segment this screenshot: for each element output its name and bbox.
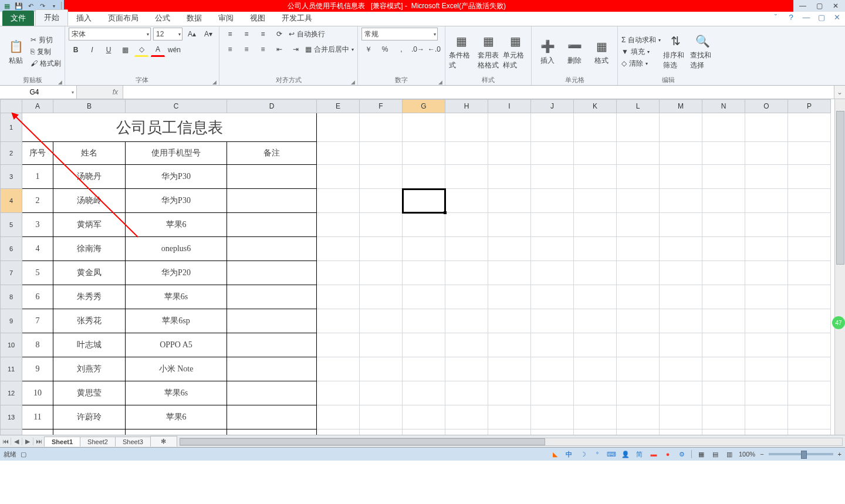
cell-C5[interactable]: 苹果6 [126,213,227,237]
cell-B2[interactable]: 姓名 [53,142,126,165]
ime-user-icon[interactable]: 👤 [621,449,630,459]
wrap-text-button[interactable]: ↩自动换行 [289,29,325,39]
cell-N3[interactable] [702,165,745,189]
italic-button[interactable]: I [85,43,99,56]
col-header-O[interactable]: O [745,100,788,113]
col-header-D[interactable]: D [227,100,317,113]
ime-cn-icon[interactable]: 中 [565,449,574,459]
col-header-F[interactable]: F [360,100,403,113]
cell-J8[interactable] [531,285,574,309]
cell-J10[interactable] [531,333,574,357]
cell-I10[interactable] [488,333,531,357]
cell-O8[interactable] [745,285,788,309]
cell-G9[interactable] [403,309,445,333]
cell-N10[interactable] [702,333,745,357]
cell-I6[interactable] [488,237,531,261]
font-name-combo[interactable]: 宋体▾ [69,28,151,40]
cell-P11[interactable] [788,357,831,381]
cell-M13[interactable] [660,405,702,429]
row-header-6[interactable]: 6 [1,237,22,261]
cell-G11[interactable] [403,357,445,381]
cell-E12[interactable] [317,381,360,405]
cell-K10[interactable] [574,333,617,357]
cell-M12[interactable] [660,381,702,405]
cell-H13[interactable] [445,405,488,429]
row-header-1[interactable]: 1 [1,113,22,142]
cell-I3[interactable] [488,165,531,189]
cell-H11[interactable] [445,357,488,381]
cell-J13[interactable] [531,405,574,429]
cell-F12[interactable] [360,381,403,405]
cell-D13[interactable] [227,405,317,429]
cell-K6[interactable] [574,237,617,261]
cell-K1[interactable] [574,113,617,142]
cell-D12[interactable] [227,381,317,405]
cell-G7[interactable] [403,261,445,285]
macro-record-icon[interactable]: ▢ [19,449,28,459]
minimize-button[interactable]: — [798,2,807,10]
cell-G4[interactable] [403,189,445,213]
cell-P7[interactable] [788,261,831,285]
sort-filter-button[interactable]: ⇅排序和筛选 [663,32,688,71]
cell-O3[interactable] [745,165,788,189]
select-all-corner[interactable] [1,100,22,113]
cell-A8[interactable]: 6 [22,285,53,309]
cell-D7[interactable] [227,261,317,285]
cell-O5[interactable] [745,213,788,237]
cell-B10[interactable]: 叶志城 [53,333,126,357]
cell-L5[interactable] [617,213,660,237]
cell-L10[interactable] [617,333,660,357]
cell-O12[interactable] [745,381,788,405]
cell-M2[interactable] [660,142,702,165]
cell-I14[interactable] [488,429,531,435]
cell-A2[interactable]: 序号 [22,142,53,165]
cell-M8[interactable] [660,285,702,309]
shrink-font-icon[interactable]: A▾ [201,28,215,40]
undo-icon[interactable]: ↶ [26,1,35,11]
row-header-8[interactable]: 8 [1,285,22,309]
format-cells-button[interactable]: ▦格式 [589,32,614,71]
cell-I8[interactable] [488,285,531,309]
phonetic-button[interactable]: wén [167,43,181,56]
cell-M5[interactable] [660,213,702,237]
cell-P4[interactable] [788,189,831,213]
cell-J5[interactable] [531,213,574,237]
col-header-I[interactable]: I [488,100,531,113]
align-left-icon[interactable]: ≡ [223,43,237,56]
cell-M4[interactable] [660,189,702,213]
tab-view[interactable]: 视图 [242,11,273,26]
cell-D2[interactable]: 备注 [227,142,317,165]
cell-J2[interactable] [531,142,574,165]
cell-L14[interactable] [617,429,660,435]
cell-P10[interactable] [788,333,831,357]
cell-F5[interactable] [360,213,403,237]
cell-I12[interactable] [488,381,531,405]
tab-insert[interactable]: 插入 [68,11,100,26]
insert-sheet-button[interactable]: ✻ [150,436,177,447]
cell-F13[interactable] [360,405,403,429]
cell-P13[interactable] [788,405,831,429]
ime-moon-icon[interactable]: ☽ [579,449,588,459]
cell-B12[interactable]: 黄思莹 [53,381,126,405]
cell-E5[interactable] [317,213,360,237]
cell-E6[interactable] [317,237,360,261]
row-header-14[interactable]: 14 [1,429,22,435]
cell-M6[interactable] [660,237,702,261]
cell-A13[interactable]: 11 [22,405,53,429]
cell-B7[interactable]: 黄金凤 [53,261,126,285]
cell-M10[interactable] [660,333,702,357]
table-format-button[interactable]: ▦套用表格格式 [476,32,501,71]
cell-J3[interactable] [531,165,574,189]
cell-L13[interactable] [617,405,660,429]
worksheet-grid[interactable]: ABCDEFGHIJKLMNOP1公司员工信息表2序号姓名使用手机型号备注31汤… [0,99,845,435]
cell-E9[interactable] [317,309,360,333]
insert-cells-button[interactable]: ➕插入 [535,32,560,71]
cell-L11[interactable] [617,357,660,381]
tab-home[interactable]: 开始 [35,9,68,26]
view-pagebreak-icon[interactable]: ▥ [725,449,734,459]
cell-K14[interactable] [574,429,617,435]
fill-button[interactable]: ▼填充▾ [621,47,661,57]
cell-C12[interactable]: 苹果6s [126,381,227,405]
tab-data[interactable]: 数据 [178,11,210,26]
orientation-icon[interactable]: ⟳ [272,28,286,40]
